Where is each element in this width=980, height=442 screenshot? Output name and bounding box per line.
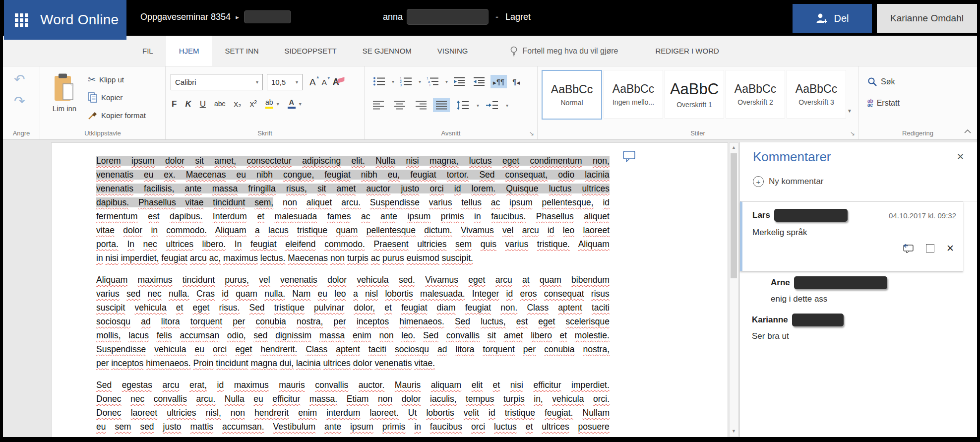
font-size-select[interactable]: 10,5 ▾ bbox=[267, 74, 303, 90]
styles-dialog-launcher-icon[interactable]: ↘ bbox=[850, 130, 855, 137]
underline-button[interactable]: U bbox=[200, 100, 206, 108]
bullet-list-caret-icon[interactable]: ▾ bbox=[392, 79, 394, 84]
document-scrollbar[interactable]: ▲ ▼ bbox=[729, 142, 738, 437]
share-button[interactable]: Del bbox=[793, 4, 872, 33]
text-line: Aliquam maximus tincidunt purus, vel ven… bbox=[96, 273, 610, 287]
scroll-up-icon[interactable]: ▲ bbox=[730, 143, 738, 152]
italic-button[interactable]: K bbox=[185, 100, 191, 108]
text-line: venenatis eu ex. Maecenas eu nibh congue… bbox=[96, 168, 610, 182]
comment-bubble-icon[interactable] bbox=[623, 151, 636, 162]
tab-sideoppsett[interactable]: SIDEOPPSETT bbox=[272, 36, 350, 66]
paragraph[interactable]: Lorem ipsum dolor sit amet, consectetur … bbox=[96, 154, 610, 265]
format-painter-button[interactable]: Kopier format bbox=[88, 111, 146, 120]
text-line: per inceptos himenaeos. Proin tincidunt … bbox=[96, 356, 610, 370]
superscript-button[interactable]: x² bbox=[250, 100, 257, 108]
cut-button[interactable]: ✂ Klipp ut bbox=[88, 75, 146, 84]
line-spacing-icon[interactable] bbox=[454, 98, 472, 113]
reply-icon[interactable] bbox=[902, 244, 914, 253]
tab-se-gjennom[interactable]: SE GJENNOM bbox=[350, 36, 425, 66]
tab-hjem[interactable]: HJEM bbox=[166, 36, 212, 66]
numbered-list-icon[interactable]: 123 bbox=[397, 74, 415, 89]
new-comment-label: Ny kommentar bbox=[769, 177, 824, 187]
paragraph[interactable]: Sed egestas arcu erat, id maximus mauris… bbox=[96, 378, 610, 437]
style-heading-3[interactable]: AaBbCc Overskrift 3 bbox=[787, 70, 846, 119]
align-left-icon[interactable] bbox=[370, 98, 387, 112]
breadcrumb[interactable]: Oppgaveseminar 8354 ▸ bbox=[140, 10, 291, 23]
comment-actions: ✕ bbox=[742, 238, 963, 253]
paragraph[interactable]: Aliquam maximus tincidunt purus, vel ven… bbox=[96, 273, 610, 370]
line-spacing-caret-icon[interactable]: ▾ bbox=[477, 103, 479, 108]
account-name[interactable]: Karianne Omdahl bbox=[877, 4, 977, 33]
strikethrough-button[interactable]: abc bbox=[214, 100, 226, 107]
copy-button[interactable]: Kopier bbox=[88, 92, 146, 103]
comment-thread-2[interactable]: Karianne Ser bra ut bbox=[752, 314, 963, 341]
bullet-list-icon[interactable] bbox=[370, 74, 388, 89]
ltr-direction-icon[interactable]: ▶¶¶ bbox=[490, 75, 507, 88]
svg-text:a: a bbox=[428, 80, 430, 83]
tell-me-label: Fortell meg hva du vil gjøre bbox=[523, 47, 618, 56]
paragraph-dialog-launcher-icon[interactable]: ↘ bbox=[529, 130, 534, 137]
decrease-indent-icon[interactable] bbox=[451, 74, 468, 89]
save-status: Lagret bbox=[505, 12, 531, 22]
indent-options-caret-icon[interactable]: ▾ bbox=[506, 103, 508, 108]
font-color-caret-icon[interactable]: ▾ bbox=[299, 101, 302, 107]
tab-sett-inn[interactable]: SETT INN bbox=[212, 36, 272, 66]
scrollbar-thumb[interactable] bbox=[731, 153, 737, 278]
delete-comment-icon[interactable]: ✕ bbox=[946, 244, 954, 253]
paste-button[interactable]: Lim inn bbox=[47, 73, 82, 113]
style-heading-1[interactable]: AaBbC Overskrift 1 bbox=[665, 70, 724, 119]
tab-visning[interactable]: VISNING bbox=[425, 36, 481, 66]
subscript-button[interactable]: x₂ bbox=[234, 100, 242, 108]
group-label-clipboard: Utklippstavle bbox=[40, 129, 165, 137]
style-no-spacing[interactable]: AaBbCc Ingen mello... bbox=[604, 70, 663, 119]
brand-spacer bbox=[3, 36, 129, 66]
app-launcher-icon[interactable] bbox=[15, 13, 28, 27]
paragraph-row-2: ▾ ▾ bbox=[370, 98, 508, 113]
scroll-down-icon[interactable]: ▼ bbox=[730, 427, 738, 436]
font-color-button[interactable]: A bbox=[288, 99, 296, 109]
comment-thread-selected[interactable]: Lars 04.10.2017 kl. 09:32 Merkelig språk bbox=[740, 201, 963, 271]
document-page[interactable]: Lorem ipsum dolor sit amet, consectetur … bbox=[51, 142, 728, 437]
indent-options-icon[interactable] bbox=[483, 98, 501, 113]
edit-in-word-button[interactable]: REDIGER I WORD bbox=[655, 36, 719, 66]
align-center-icon[interactable] bbox=[391, 98, 408, 112]
shrink-font-icon[interactable]: A▼ bbox=[322, 78, 327, 86]
style-heading-2[interactable]: AaBbCc Overskrift 2 bbox=[726, 70, 785, 119]
highlight-button[interactable]: ab bbox=[265, 99, 273, 109]
new-comment-button[interactable]: + Ny kommentar bbox=[753, 176, 824, 187]
replace-icon: ab ac bbox=[867, 99, 873, 107]
multilevel-list-caret-icon[interactable]: ▾ bbox=[445, 79, 448, 84]
replace-button[interactable]: ab ac Erstatt bbox=[867, 99, 900, 108]
styles-more-icon[interactable]: ▼ bbox=[845, 70, 854, 118]
font-name-select[interactable]: Calibri ▾ bbox=[171, 74, 263, 90]
numbered-list-caret-icon[interactable]: ▾ bbox=[419, 79, 421, 84]
grow-font-icon[interactable]: A▲ bbox=[309, 77, 316, 88]
collapse-ribbon-icon[interactable] bbox=[964, 129, 971, 133]
clear-formatting-icon[interactable]: A bbox=[333, 77, 339, 87]
search-icon bbox=[867, 77, 877, 87]
redacted-author-surname bbox=[792, 314, 844, 326]
cut-label: Klipp ut bbox=[99, 75, 124, 84]
comments-close-icon[interactable]: ✕ bbox=[957, 151, 964, 162]
breadcrumb-folder[interactable]: Oppgaveseminar 8354 bbox=[140, 12, 231, 22]
bold-button[interactable]: F bbox=[172, 100, 177, 108]
font-size-caret-icon: ▾ bbox=[296, 79, 298, 85]
resolve-comment-icon[interactable] bbox=[926, 244, 934, 253]
align-right-icon[interactable] bbox=[412, 98, 429, 112]
document-text[interactable]: Lorem ipsum dolor sit amet, consectetur … bbox=[96, 154, 610, 437]
undo-icon[interactable]: ↶ bbox=[14, 73, 25, 86]
comment-reply[interactable]: Arne enig i dette ass bbox=[771, 276, 963, 304]
style-normal[interactable]: AaBbCc Normal bbox=[542, 70, 602, 120]
justify-icon[interactable] bbox=[433, 98, 450, 112]
format-painter-label: Kopier format bbox=[101, 111, 146, 120]
new-comment-plus-icon: + bbox=[753, 176, 764, 187]
tab-fil[interactable]: FIL bbox=[129, 36, 166, 66]
highlight-caret-icon[interactable]: ▾ bbox=[277, 101, 279, 107]
redo-icon[interactable]: ↷ bbox=[14, 95, 25, 108]
tell-me-box[interactable]: Fortell meg hva du vil gjøre bbox=[510, 36, 618, 66]
comment-header: Lars 04.10.2017 kl. 09:32 bbox=[742, 202, 963, 222]
multilevel-list-icon[interactable]: 1ai bbox=[424, 74, 441, 89]
find-button[interactable]: Søk bbox=[867, 77, 900, 87]
rtl-direction-icon[interactable]: ¶◀ bbox=[510, 75, 522, 88]
increase-indent-icon[interactable] bbox=[471, 74, 488, 89]
